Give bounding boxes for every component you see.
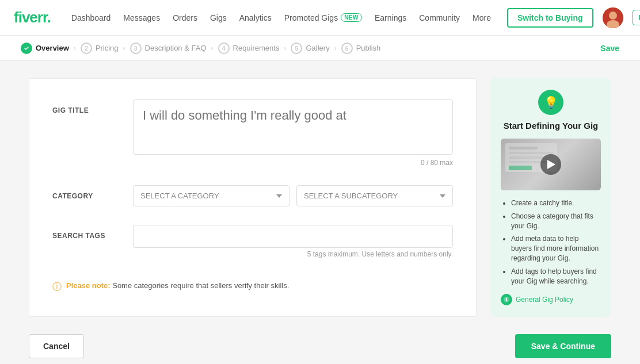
arrow-2: › (123, 44, 125, 52)
nav-dashboard[interactable]: Dashboard (71, 13, 111, 22)
svg-rect-5 (509, 147, 538, 150)
gig-title-textarea[interactable] (133, 99, 453, 155)
arrow-5: › (334, 44, 337, 52)
breadcrumb-bar: Overview › 2 Pricing › 3 Description & F… (0, 36, 640, 61)
step-label-gallery: Gallery (306, 44, 329, 52)
search-tags-row: SEARCH TAGS 5 tags maximum. Use letters … (52, 225, 453, 258)
breadcrumb-save-button[interactable]: Save (600, 44, 619, 53)
nav-analytics[interactable]: Analytics (239, 13, 272, 22)
breadcrumb-steps: Overview › 2 Pricing › 3 Description & F… (21, 43, 380, 54)
nav-community[interactable]: Community (419, 13, 460, 22)
breadcrumb-step-pricing[interactable]: 2 Pricing (81, 43, 119, 54)
breadcrumb-step-faq[interactable]: 3 Description & FAQ (130, 43, 207, 54)
nav-more[interactable]: More (473, 13, 491, 22)
policy-icon (501, 294, 512, 305)
save-continue-button[interactable]: Save & Continue (515, 334, 611, 358)
main-content: GIG TITLE 0 / 80 max CATEGORY SELECT A C… (15, 78, 625, 317)
play-triangle-icon (547, 160, 555, 169)
nav-orders[interactable]: Orders (173, 13, 197, 22)
svg-rect-7 (509, 156, 543, 159)
sidebar-card: 💡 Start Defining Your Gig Create a catch… (490, 78, 611, 317)
search-tags-input-area: 5 tags maximum. Use letters and numbers … (133, 225, 453, 258)
step-num-requirements: 4 (218, 43, 230, 54)
tip-2: Choose a category that fits your Gig. (511, 212, 601, 231)
switch-buying-button[interactable]: Switch to Buying (507, 8, 593, 28)
subcategory-select[interactable]: SELECT A SUBCATEGORY (296, 185, 453, 206)
search-tags-input[interactable] (133, 225, 453, 248)
step-num-faq: 3 (130, 43, 142, 54)
info-icon: ⓘ (52, 281, 62, 293)
tags-hint: 5 tags maximum. Use letters and numbers … (133, 250, 453, 258)
fiverr-logo[interactable]: fiverr. (14, 9, 51, 26)
step-num-pricing: 2 (81, 43, 92, 54)
category-selects: SELECT A CATEGORY SELECT A SUBCATEGORY (133, 185, 453, 206)
breadcrumb-step-requirements[interactable]: 4 Requirements (218, 43, 280, 54)
please-note-text: Please note: Some categories require tha… (66, 281, 289, 290)
step-label-overview: Overview (36, 44, 69, 52)
avatar[interactable] (603, 7, 623, 28)
step-label-requirements: Requirements (233, 44, 280, 52)
nav-promoted-gigs[interactable]: Promoted Gigs NEW (284, 13, 362, 22)
gig-title-row: GIG TITLE 0 / 80 max (52, 99, 453, 167)
cancel-button[interactable]: Cancel (29, 334, 84, 358)
breadcrumb-step-gallery[interactable]: 5 Gallery (291, 43, 329, 54)
breadcrumb-step-publish[interactable]: 6 Publish (341, 43, 381, 54)
play-button[interactable] (540, 154, 561, 175)
step-label-faq: Description & FAQ (145, 44, 207, 52)
nav-right: Switch to Buying Rs7,293.32 (507, 7, 640, 28)
nav-gigs[interactable]: Gigs (210, 13, 227, 22)
form-card: GIG TITLE 0 / 80 max CATEGORY SELECT A C… (29, 78, 477, 317)
nav-links: Dashboard Messages Orders Gigs Analytics… (71, 13, 491, 22)
policy-link[interactable]: General Gig Policy (501, 294, 601, 305)
new-badge: NEW (341, 13, 362, 22)
category-row: CATEGORY SELECT A CATEGORY SELECT A SUBC… (52, 185, 453, 206)
svg-rect-9 (509, 166, 532, 170)
video-thumbnail[interactable] (501, 139, 601, 190)
sidebar-tips: Create a catchy title. Choose a category… (501, 198, 601, 286)
char-count: 0 / 80 max (133, 159, 453, 167)
gig-title-input-area: 0 / 80 max (133, 99, 453, 167)
lightbulb-icon: 💡 (538, 90, 563, 115)
nav-earnings[interactable]: Earnings (375, 13, 406, 22)
sidebar-icon-top: 💡 (501, 90, 601, 115)
arrow-3: › (211, 44, 214, 52)
navbar: fiverr. Dashboard Messages Orders Gigs A… (0, 0, 640, 36)
gig-title-label: GIG TITLE (52, 99, 133, 114)
step-label-publish: Publish (356, 44, 381, 52)
please-note: ⓘ Please note: Some categories require t… (52, 277, 453, 296)
bottom-actions: Cancel Save & Continue (15, 334, 625, 364)
balance-button[interactable]: Rs7,293.32 (633, 10, 640, 25)
svg-rect-12 (506, 298, 507, 299)
policy-link-text: General Gig Policy (516, 296, 573, 304)
category-select[interactable]: SELECT A CATEGORY (133, 185, 289, 206)
step-num-overview (21, 43, 32, 54)
step-num-publish: 6 (341, 43, 353, 54)
arrow-1: › (74, 44, 76, 52)
arrow-4: › (284, 44, 286, 52)
sidebar-title: Start Defining Your Gig (501, 121, 601, 131)
tip-4: Add tags to help buyers find your Gig wh… (511, 267, 601, 286)
nav-messages[interactable]: Messages (123, 13, 160, 22)
step-num-gallery: 5 (291, 43, 302, 54)
svg-rect-11 (506, 298, 507, 301)
search-tags-label: SEARCH TAGS (52, 225, 133, 240)
tip-1: Create a catchy title. (511, 198, 601, 208)
avatar-image (603, 7, 623, 28)
step-label-pricing: Pricing (96, 44, 119, 52)
category-label: CATEGORY (52, 185, 133, 200)
svg-point-1 (609, 12, 617, 20)
tip-3: Add meta data to help buyers find more i… (511, 234, 601, 263)
breadcrumb-step-overview[interactable]: Overview (21, 43, 69, 54)
svg-rect-6 (509, 152, 554, 154)
